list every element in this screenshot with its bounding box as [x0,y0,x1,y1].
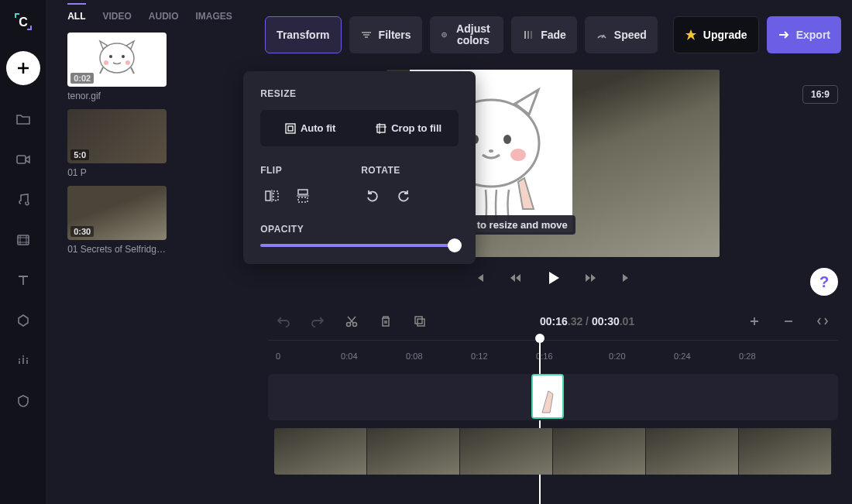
media-grid: 0:02 tenor.gif 5:0 01 P 0:30 01 Secrets … [67,33,243,255]
speed-tab[interactable]: Speed [585,16,658,53]
ruler-tick: 0 [276,351,280,361]
media-tab-all[interactable]: ALL [67,3,85,22]
svg-rect-17 [298,190,307,194]
app-sidebar: C [0,0,46,504]
svg-point-30 [510,149,526,161]
media-duration: 0:30 [70,226,94,237]
ruler-tick: 0:04 [341,351,357,361]
opacity-slider-thumb[interactable] [448,238,462,252]
media-thumbnail: 5:0 [67,109,167,163]
zoom-in-button[interactable] [739,308,770,334]
media-tab-audio[interactable]: AUDIO [149,11,179,22]
timeline-toolbar: 00:16.32 / 00:30.01 [268,303,838,340]
help-button[interactable]: ? [810,268,838,296]
redo-button[interactable] [302,308,333,334]
svg-rect-14 [266,191,270,201]
duplicate-button[interactable] [404,308,435,334]
timeline-track-overlay[interactable] [268,374,838,420]
svg-point-9 [104,60,108,65]
rewind-button[interactable] [507,270,523,286]
svg-rect-12 [288,126,293,131]
playhead[interactable] [539,340,541,504]
ruler-tick: 0:24 [674,351,690,361]
svg-text:C: C [19,15,28,29]
adjust-colors-tab[interactable]: Adjust colors [430,16,504,53]
ruler-tick: 0:12 [471,351,487,361]
effects-icon[interactable] [6,344,40,378]
media-thumbnail: 0:30 [67,186,167,240]
media-panel: ALL VIDEO AUDIO IMAGES 0:02 tenor.gif 5:… [46,0,254,504]
rotate-ccw-button[interactable] [361,187,384,205]
media-thumbnail: 0:02 [67,33,167,87]
svg-rect-35 [417,319,424,326]
resize-heading: RESIZE [260,88,459,99]
text-icon[interactable] [6,263,40,297]
forward-button[interactable] [583,270,599,286]
video-icon[interactable] [6,142,40,177]
svg-rect-2 [18,235,29,245]
media-tab-video[interactable]: VIDEO [103,11,132,22]
timeline-tracks [268,363,838,475]
export-button[interactable]: Export [767,16,841,53]
crop-fill-button[interactable]: Crop to fill [363,115,454,142]
crop-fill-label: Crop to fill [391,122,441,134]
undo-button[interactable] [268,308,299,334]
svg-point-3 [19,358,20,360]
timeline-area: 00:16.32 / 00:30.01 0 0:04 0:08 0:12 0:1… [254,303,852,504]
add-media-button[interactable] [6,51,40,85]
stock-icon[interactable] [6,223,40,257]
timeline-clip-gif[interactable] [531,374,564,419]
filters-tab[interactable]: Filters [349,16,422,53]
ruler-tick: 0:08 [406,351,422,361]
svg-point-33 [353,323,357,327]
svg-point-7 [109,55,112,58]
zoom-out-button[interactable] [773,308,804,334]
topbar: Transform Filters Adjust colors Fade Spe… [254,0,852,70]
media-tabs: ALL VIDEO AUDIO IMAGES [67,11,243,33]
music-icon[interactable] [6,183,40,217]
media-filename: 01 Secrets of Selfridges… [67,244,167,255]
opacity-heading: OPACITY [260,224,459,235]
rotate-heading: ROTATE [361,165,415,176]
svg-rect-34 [415,317,422,324]
svg-rect-1 [17,156,26,163]
media-item[interactable]: 0:02 tenor.gif [67,33,167,101]
media-tab-images[interactable]: IMAGES [196,11,232,22]
svg-point-5 [26,358,28,359]
svg-rect-15 [273,191,278,201]
flip-horizontal-button[interactable] [260,187,283,205]
timeline-clip-video[interactable] [274,428,832,475]
split-button[interactable] [336,308,367,334]
folder-icon[interactable] [6,102,40,136]
fade-tab[interactable]: Fade [511,16,577,53]
transform-panel: RESIZE Auto fit Crop to fill FLIP ROTATE [243,71,476,264]
media-duration: 5:0 [70,149,89,160]
aspect-ratio-badge[interactable]: 16:9 [802,85,838,104]
timeline-ruler[interactable]: 0 0:04 0:08 0:12 0:16 0:20 0:24 0:28 [268,340,838,363]
flip-heading: FLIP [260,165,314,176]
flip-vertical-button[interactable] [291,187,314,205]
zoom-fit-button[interactable] [807,308,838,334]
graphics-icon[interactable] [6,303,40,338]
svg-point-8 [122,55,125,58]
svg-rect-11 [286,124,295,133]
brand-icon[interactable] [6,384,40,418]
svg-point-4 [22,355,24,357]
svg-point-31 [489,149,493,153]
auto-fit-button[interactable]: Auto fit [265,115,356,142]
transform-tab[interactable]: Transform [265,16,341,53]
skip-end-button[interactable] [619,270,634,286]
media-filename: tenor.gif [67,91,167,101]
timeline-track-main[interactable] [268,428,838,475]
rotate-cw-button[interactable] [392,187,415,205]
svg-point-32 [347,323,351,327]
upgrade-button[interactable]: Upgrade [673,16,759,53]
timecode-display: 00:16.32 / 00:30.01 [438,315,736,327]
opacity-slider[interactable] [260,244,459,247]
ruler-tick: 0:28 [739,351,755,361]
delete-button[interactable] [370,308,401,334]
play-button[interactable] [543,268,563,288]
media-item[interactable]: 5:0 01 P [67,109,167,178]
media-item[interactable]: 0:30 01 Secrets of Selfridges… [67,186,167,255]
skip-start-button[interactable] [472,270,487,286]
